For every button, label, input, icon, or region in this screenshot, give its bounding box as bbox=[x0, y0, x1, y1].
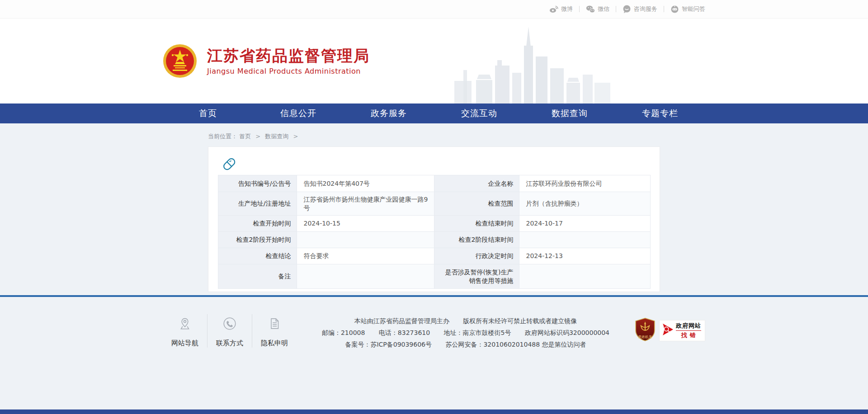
field-label: 企业名称 bbox=[434, 175, 519, 192]
field-value: 2024-10-15 bbox=[297, 216, 434, 232]
field-label: 备注 bbox=[218, 264, 297, 289]
pill-icon bbox=[220, 155, 238, 173]
field-label: 检查2阶段结束时间 bbox=[434, 232, 519, 248]
wechat-link[interactable]: 微信 bbox=[586, 5, 609, 13]
footer-badges: 党政机关 政府网站 找错 bbox=[635, 314, 705, 343]
divider bbox=[664, 6, 664, 12]
smart-qa-link[interactable]: 智能问答 bbox=[670, 5, 705, 13]
field-value bbox=[297, 264, 434, 289]
site-header: 江苏省药品监督管理局 Jiangsu Medical Products Admi… bbox=[0, 19, 868, 104]
footer-link-site-map[interactable]: 网站导航 bbox=[163, 314, 207, 348]
breadcrumb-prefix: 当前位置： bbox=[208, 133, 237, 140]
field-label: 检查结束时间 bbox=[434, 216, 519, 232]
footer-host-text: 本站由江苏省药品监督管理局主办 bbox=[354, 317, 449, 325]
nav-item-home[interactable]: 首页 bbox=[163, 104, 253, 123]
divider bbox=[616, 6, 616, 12]
field-value: 告知书2024年第407号 bbox=[297, 175, 434, 192]
city-skyline-art bbox=[454, 26, 610, 104]
table-row: 备注 是否涉及暂停(恢复)生产销售使用等措施 bbox=[218, 264, 650, 289]
site-footer: 网站导航 联系方式 bbox=[0, 295, 868, 408]
field-value: 片剂（含抗肿瘤类） bbox=[519, 192, 650, 216]
field-value bbox=[519, 264, 650, 289]
nav-item-info-disclosure[interactable]: 信息公开 bbox=[253, 104, 344, 123]
footer-phone: 电话：83273610 bbox=[379, 329, 430, 336]
field-value: 符合要求 bbox=[297, 248, 434, 264]
consult-service-label: 咨询服务 bbox=[634, 5, 657, 13]
footer-links: 网站导航 联系方式 bbox=[163, 314, 297, 348]
gov-site-error-report-badge[interactable]: 政府网站 找错 bbox=[659, 320, 705, 341]
table-row: 生产地址/注册地址 江苏省扬州市扬州生物健康产业园健康一路9号 检查范围 片剂（… bbox=[218, 192, 650, 216]
footer-copyright-text: 版权所有未经许可禁止转载或者建立镜像 bbox=[463, 317, 577, 325]
error-report-badge-text: 政府网站 找错 bbox=[676, 322, 701, 339]
nav-item-data-query[interactable]: 数据查询 bbox=[524, 104, 615, 123]
footer-line-3: 备案号：苏ICP备09039606号 苏公网安备：32010602010488 … bbox=[297, 339, 635, 350]
field-label: 检查结论 bbox=[218, 248, 297, 264]
field-label: 检查范围 bbox=[434, 192, 519, 216]
table-row: 检查开始时间 2024-10-15 检查结束时间 2024-10-17 bbox=[218, 216, 650, 232]
field-value: 江苏省扬州市扬州生物健康产业园健康一路9号 bbox=[297, 192, 434, 216]
weibo-label: 微博 bbox=[561, 5, 573, 13]
footer-link-contact[interactable]: 联系方式 bbox=[207, 314, 252, 348]
table-row: 检查2阶段开始时间 检查2阶段结束时间 bbox=[218, 232, 650, 248]
party-gov-shield-badge[interactable]: 党政机关 bbox=[635, 318, 656, 343]
breadcrumb-separator: > bbox=[255, 133, 260, 140]
footer-address: 地址：南京市鼓楼街5号 bbox=[444, 329, 511, 336]
footer-line-2: 邮编：210008 电话：83273610 地址：南京市鼓楼街5号 政府网站标识… bbox=[297, 327, 635, 339]
table-row: 检查结论 符合要求 行政决定时间 2024-12-13 bbox=[218, 248, 650, 264]
footer-icp-number: 备案号：苏ICP备09039606号 bbox=[345, 341, 432, 348]
map-pin-icon bbox=[177, 316, 193, 333]
table-row: 告知书编号/公告号 告知书2024年第407号 企业名称 江苏联环药业股份有限公… bbox=[218, 175, 650, 192]
magnifier-flag-icon bbox=[661, 323, 674, 338]
site-subtitle: Jiangsu Medical Products Administration bbox=[207, 67, 370, 75]
robot-icon bbox=[670, 5, 679, 13]
footer-postcode: 邮编：210008 bbox=[322, 329, 365, 336]
footer-security-number: 苏公网安备：32010602010488 您是第位访问者 bbox=[445, 341, 586, 348]
national-emblem-logo bbox=[163, 44, 197, 78]
brand-text: 江苏省药品监督管理局 Jiangsu Medical Products Admi… bbox=[207, 47, 370, 75]
document-icon bbox=[267, 316, 282, 333]
bottom-strip bbox=[0, 409, 868, 414]
breadcrumb-bar: 当前位置： 首页 > 数据查询 > bbox=[0, 123, 868, 146]
footer-link-label: 网站导航 bbox=[171, 339, 198, 348]
weibo-link[interactable]: 微博 bbox=[549, 5, 573, 13]
field-value bbox=[519, 232, 650, 248]
footer-link-label: 联系方式 bbox=[216, 339, 243, 348]
footer-link-label: 隐私申明 bbox=[261, 339, 288, 348]
breadcrumb-link-data-query[interactable]: 数据查询 bbox=[265, 133, 288, 140]
field-label: 检查2阶段开始时间 bbox=[218, 232, 297, 248]
footer-link-privacy[interactable]: 隐私申明 bbox=[252, 314, 297, 348]
field-label: 是否涉及暂停(恢复)生产销售使用等措施 bbox=[434, 264, 519, 289]
phone-icon bbox=[222, 316, 237, 333]
field-label: 检查开始时间 bbox=[218, 216, 297, 232]
field-label: 生产地址/注册地址 bbox=[218, 192, 297, 216]
nav-item-special-topics[interactable]: 专题专栏 bbox=[615, 104, 705, 123]
consult-service-link[interactable]: 咨询服务 bbox=[623, 5, 657, 13]
field-label: 行政决定时间 bbox=[434, 248, 519, 264]
weibo-icon bbox=[549, 5, 558, 13]
divider bbox=[579, 6, 580, 12]
footer-site-id: 政府网站标识码3200000004 bbox=[525, 329, 609, 336]
chat-bubble-icon bbox=[623, 5, 631, 13]
nav-item-gov-services[interactable]: 政务服务 bbox=[344, 104, 434, 123]
field-value: 2024-12-13 bbox=[519, 248, 650, 264]
field-value: 江苏联环药业股份有限公司 bbox=[519, 175, 650, 192]
breadcrumb: 当前位置： 首页 > 数据查询 > bbox=[208, 123, 660, 141]
site-title: 江苏省药品监督管理局 bbox=[207, 47, 370, 65]
site-logo-link[interactable]: 江苏省药品监督管理局 Jiangsu Medical Products Admi… bbox=[163, 44, 370, 78]
wechat-icon bbox=[586, 5, 595, 13]
inspection-detail-card: 告知书编号/公告号 告知书2024年第407号 企业名称 江苏联环药业股份有限公… bbox=[208, 146, 660, 292]
wechat-label: 微信 bbox=[598, 5, 609, 13]
breadcrumb-link-home[interactable]: 首页 bbox=[239, 133, 251, 140]
nav-item-interaction[interactable]: 交流互动 bbox=[434, 104, 524, 123]
error-report-badge-title: 政府网站 bbox=[676, 322, 701, 331]
breadcrumb-separator: > bbox=[293, 133, 298, 140]
inspection-detail-table: 告知书编号/公告号 告知书2024年第407号 企业名称 江苏联环药业股份有限公… bbox=[218, 175, 651, 289]
topbar: 微博 微信 咨询服务 bbox=[0, 0, 868, 19]
shield-badge-label: 党政机关 bbox=[638, 335, 652, 339]
field-value: 2024-10-17 bbox=[519, 216, 650, 232]
field-label: 告知书编号/公告号 bbox=[218, 175, 297, 192]
main-nav: 首页 信息公开 政务服务 交流互动 数据查询 专题专栏 bbox=[0, 104, 868, 123]
smart-qa-label: 智能问答 bbox=[682, 5, 705, 13]
footer-text: 本站由江苏省药品监督管理局主办 版权所有未经许可禁止转载或者建立镜像 邮编：21… bbox=[297, 314, 635, 350]
footer-line-1: 本站由江苏省药品监督管理局主办 版权所有未经许可禁止转载或者建立镜像 bbox=[297, 315, 635, 327]
